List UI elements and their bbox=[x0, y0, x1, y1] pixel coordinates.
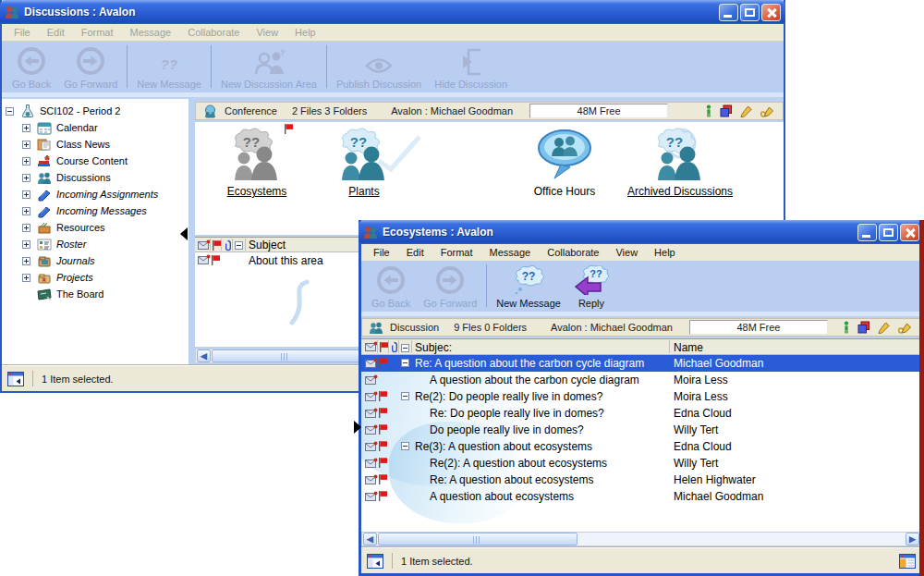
sidebar-item-discussions[interactable]: Discussions bbox=[2, 169, 188, 186]
message-row[interactable]: Re(3): A question about ecosystemsEdna C… bbox=[361, 438, 921, 455]
sidebar-item-class-news[interactable]: Class News bbox=[2, 136, 188, 153]
edit-icon[interactable] bbox=[740, 105, 752, 117]
expand-icon[interactable] bbox=[22, 124, 30, 132]
expand-icon[interactable] bbox=[22, 207, 30, 215]
collapse-all-icon[interactable] bbox=[235, 241, 243, 250]
expand-icon[interactable] bbox=[22, 157, 30, 165]
maximize-button[interactable] bbox=[740, 4, 760, 21]
menu-format[interactable]: Format bbox=[73, 27, 122, 38]
menu-collaborate[interactable]: Collaborate bbox=[539, 247, 607, 258]
minimize-button[interactable] bbox=[719, 4, 738, 21]
conference-item-plants[interactable]: ??Plants bbox=[313, 128, 415, 198]
message-row[interactable]: A question about ecosystemsMichael Goodm… bbox=[361, 488, 921, 505]
expand-icon[interactable] bbox=[22, 141, 30, 149]
collapse-icon[interactable] bbox=[6, 107, 14, 116]
menu-help[interactable]: Help bbox=[646, 247, 684, 258]
message-row[interactable]: Re(2): A question about ecosystemsWilly … bbox=[361, 455, 921, 472]
titlebar-ecosystems[interactable]: Ecosystems : Avalon bbox=[359, 220, 924, 244]
expand-icon[interactable] bbox=[22, 240, 30, 249]
envelope-icon bbox=[365, 408, 378, 419]
scroll-thumb[interactable] bbox=[378, 533, 578, 545]
sidebar-item-calendar[interactable]: Calendar bbox=[2, 119, 188, 136]
toolbar-separator bbox=[127, 45, 128, 88]
conference-item-archived-discussions[interactable]: ??Archived Discussions bbox=[611, 128, 749, 198]
menu-help[interactable]: Help bbox=[286, 27, 324, 38]
history-icon[interactable] bbox=[720, 104, 733, 117]
splitter-arrow-right[interactable] bbox=[354, 421, 361, 434]
sidebar-item-resources[interactable]: Resources bbox=[2, 219, 188, 236]
splitter-arrow-left[interactable] bbox=[180, 227, 188, 240]
menu-edit[interactable]: Edit bbox=[398, 247, 432, 258]
message-row[interactable]: A question about the carbon cycle diagra… bbox=[361, 372, 921, 388]
message-row[interactable]: Re(2): Do people really live in domes?Mo… bbox=[361, 388, 921, 405]
projects-icon bbox=[37, 271, 52, 285]
permissions-icon[interactable] bbox=[897, 322, 914, 334]
menu-format[interactable]: Format bbox=[432, 247, 481, 258]
nav-forward-icon bbox=[435, 265, 465, 295]
collapse-all-icon[interactable] bbox=[401, 344, 409, 352]
titlebar-discussions[interactable]: Discussions : Avalon bbox=[0, 0, 785, 24]
message-subject: Re: A question about the carbon cycle di… bbox=[415, 357, 644, 370]
toolbar-label: New Message bbox=[137, 79, 201, 90]
subject-column-header[interactable]: Subject bbox=[249, 239, 286, 251]
watermark-squiggle bbox=[283, 278, 312, 326]
sidebar-item-incoming-assignments[interactable]: Incoming Assignments bbox=[2, 186, 188, 202]
tree-root-sci102-period-2[interactable]: SCI102 - Period 2 bbox=[2, 103, 188, 119]
message-list-hscrollbar[interactable]: ◀ ▶ bbox=[361, 532, 921, 546]
new-message-button[interactable]: ??New Message bbox=[490, 263, 567, 309]
expand-icon[interactable] bbox=[22, 190, 30, 199]
status-separator bbox=[392, 553, 393, 569]
pane-toggle-icon[interactable] bbox=[7, 372, 24, 386]
sidebar-item-course-content[interactable]: Course Content bbox=[2, 153, 188, 169]
sidebar-item-roster[interactable]: Roster bbox=[2, 236, 188, 252]
menu-message[interactable]: Message bbox=[122, 27, 180, 38]
menu-file[interactable]: File bbox=[6, 27, 39, 38]
message-row[interactable]: Re: A question about ecosystemsHelen Hig… bbox=[361, 472, 921, 488]
history-icon[interactable] bbox=[857, 321, 870, 334]
expand-icon[interactable] bbox=[22, 174, 30, 182]
expand-icon[interactable] bbox=[22, 257, 30, 265]
message-row[interactable]: Re: A question about the carbon cycle di… bbox=[361, 355, 921, 372]
svg-text:?: ? bbox=[280, 48, 286, 57]
subject-column-header[interactable]: Subjec: bbox=[415, 341, 452, 354]
message-row[interactable]: Do people really live in domes?Willy Ter… bbox=[361, 422, 921, 438]
message-subject: Re: Do people really live in domes? bbox=[430, 407, 604, 420]
menu-view[interactable]: View bbox=[248, 27, 286, 38]
reply-button[interactable]: ??Reply bbox=[567, 263, 615, 309]
maximize-button[interactable] bbox=[879, 224, 898, 241]
tree-label: Roster bbox=[56, 239, 86, 250]
scroll-right-arrow[interactable]: ▶ bbox=[906, 533, 919, 545]
pane-toggle-icon[interactable] bbox=[367, 554, 383, 569]
conference-item-office-hours[interactable]: Office Hours bbox=[509, 128, 620, 198]
scroll-left-arrow[interactable]: ◀ bbox=[197, 349, 211, 362]
expand-icon[interactable] bbox=[22, 274, 30, 282]
minimize-button[interactable] bbox=[857, 224, 877, 241]
menu-collaborate[interactable]: Collaborate bbox=[179, 27, 248, 38]
menu-edit[interactable]: Edit bbox=[39, 27, 73, 38]
expand-icon[interactable] bbox=[22, 224, 30, 232]
edit-icon[interactable] bbox=[878, 322, 890, 334]
name-column-header[interactable]: Name bbox=[674, 341, 703, 354]
message-row[interactable]: Re: Do people really live in domes?Edna … bbox=[361, 405, 921, 422]
permissions-icon[interactable] bbox=[760, 105, 776, 117]
menu-message[interactable]: Message bbox=[481, 247, 540, 258]
toolbar-label: Publish Discussion bbox=[336, 79, 421, 90]
balloon-icon bbox=[535, 128, 594, 181]
scroll-thumb[interactable] bbox=[212, 349, 359, 362]
menu-file[interactable]: File bbox=[365, 247, 398, 258]
close-button[interactable] bbox=[761, 4, 781, 21]
who-is-online-icon[interactable] bbox=[843, 321, 850, 334]
sidebar-item-projects[interactable]: Projects bbox=[2, 269, 188, 286]
sidebar-item-the-board[interactable]: The Board bbox=[2, 286, 188, 302]
who-is-online-icon[interactable] bbox=[705, 104, 712, 117]
nav-back-icon bbox=[376, 265, 406, 295]
sidebar-item-incoming-messages[interactable]: Incoming Messages bbox=[2, 202, 188, 219]
close-button[interactable] bbox=[900, 224, 919, 241]
scroll-left-arrow[interactable]: ◀ bbox=[363, 533, 377, 545]
sidebar-item-journals[interactable]: Journals bbox=[2, 252, 188, 269]
conference-item-ecosystems[interactable]: ??Ecosystems bbox=[206, 128, 308, 198]
tree-label: SCI102 - Period 2 bbox=[40, 105, 120, 116]
menu-view[interactable]: View bbox=[607, 247, 646, 258]
message-subject: Re: A question about ecosystems bbox=[430, 473, 593, 486]
view-toggle-icon[interactable] bbox=[899, 554, 916, 569]
